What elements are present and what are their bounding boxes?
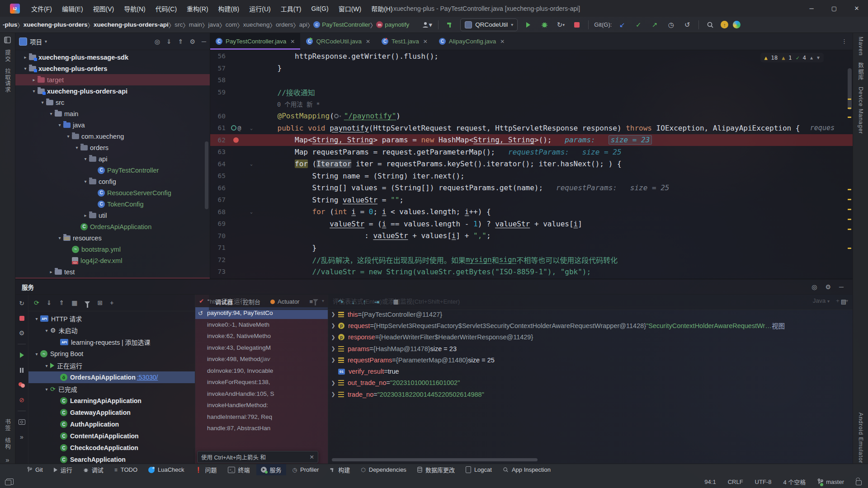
- step-into-icon[interactable]: ↓: [352, 298, 355, 305]
- group-by-icon[interactable]: ▦: [71, 299, 77, 306]
- resume-icon[interactable]: [18, 351, 26, 359]
- chevron-down-icon[interactable]: ▾: [43, 328, 50, 333]
- gutter[interactable]: 67: [210, 194, 260, 206]
- git-push-icon[interactable]: ↗: [649, 19, 660, 31]
- frame-row[interactable]: invokeAndHandle:105, S: [195, 388, 328, 400]
- lock-icon[interactable]: [856, 480, 862, 485]
- chevron-right-icon[interactable]: ❯: [328, 346, 338, 352]
- breadcrumb-item[interactable]: mpaynotify: [376, 21, 409, 28]
- caret-position[interactable]: 94:1: [704, 479, 716, 485]
- step-out-icon[interactable]: ↑: [363, 298, 366, 305]
- more-tool-windows-icon[interactable]: »: [5, 456, 9, 464]
- chevron-down-icon[interactable]: ▾: [65, 134, 72, 139]
- service-tree-row[interactable]: ▾正在运行: [28, 360, 195, 371]
- code-line[interactable]: 60 @PostMapping(▾"/paynotify"): [210, 110, 853, 122]
- update-available-icon[interactable]: ↑: [721, 21, 728, 28]
- commit-toolwindow-button[interactable]: 提交: [3, 50, 12, 62]
- frame-row[interactable]: invoke:62, NativeMetho: [195, 330, 328, 342]
- frame-row[interactable]: handleInternal:792, Req: [195, 411, 328, 423]
- service-tree-row[interactable]: ▾APIHTTP 请求: [28, 313, 195, 324]
- breadcrumb-item[interactable]: api: [299, 21, 307, 28]
- gutter[interactable]: 70: [210, 230, 260, 242]
- chevron-down-icon[interactable]: ▾: [33, 316, 40, 321]
- chevron-down-icon[interactable]: ▾: [30, 89, 38, 94]
- service-port-link[interactable]: :53030/: [137, 374, 158, 381]
- variables-horizontal-scrollbar[interactable]: [332, 458, 538, 461]
- clone-icon[interactable]: [6, 479, 14, 485]
- warning-stripe-mark[interactable]: [848, 99, 851, 100]
- variable-row[interactable]: ❯requestParams = {ParameterMap@11480} si…: [328, 354, 853, 366]
- code-line[interactable]: 62 Map<String, String> params = new Hash…: [210, 134, 853, 146]
- project-tree-row[interactable]: ▾config: [15, 176, 210, 187]
- breadcrumb-item[interactable]: -plus: [3, 21, 17, 28]
- toolwindow-button-构建[interactable]: 构建: [325, 464, 354, 476]
- project-tree-row[interactable]: CTokenConfig: [15, 198, 210, 210]
- code-line[interactable]: 56 httpResponse.getWriter().flush();: [210, 50, 853, 62]
- app-logo-icon[interactable]: IJ: [10, 4, 20, 14]
- frame-row[interactable]: invokeHandlerMethod:: [195, 399, 328, 411]
- editor-tab[interactable]: CAlipayConfig.java✕: [434, 33, 510, 50]
- rerun-icon[interactable]: ↻: [18, 299, 26, 307]
- breadcrumb-item[interactable]: CPayTestController: [313, 21, 370, 28]
- fold-arrow-icon[interactable]: ⌄: [246, 161, 256, 166]
- menu-item[interactable]: 运行(U): [244, 3, 275, 14]
- usages-inlay-hint[interactable]: 0 个用法 新 *: [210, 98, 853, 110]
- code-line[interactable]: 70 : valueStr + values[i] + ",";: [210, 230, 853, 242]
- chevron-down-icon[interactable]: ▾: [33, 352, 40, 357]
- project-tree-row[interactable]: ~bootstrap.yml: [15, 244, 210, 255]
- service-tree-row[interactable]: CAuthApplication: [28, 418, 195, 430]
- device-manager-toolwindow-button[interactable]: Device Manager: [858, 87, 864, 134]
- expand-all-icon[interactable]: ⇓: [47, 299, 52, 306]
- project-tree-row[interactable]: ▾src: [15, 97, 210, 108]
- view-link[interactable]: 视图: [772, 321, 785, 330]
- run-configuration-select[interactable]: QRCodeUtil ▾: [460, 19, 518, 31]
- code-line[interactable]: 73 //valueStr = new String(valueStr.getB…: [210, 266, 853, 278]
- fold-arrow-icon[interactable]: ⌄: [246, 209, 256, 214]
- menu-item[interactable]: 代码(C): [151, 3, 182, 14]
- frame-row[interactable]: invoke:498, Method (jav: [195, 353, 328, 365]
- menu-item[interactable]: 窗口(W): [334, 3, 367, 14]
- tab-close-icon[interactable]: ✕: [366, 38, 370, 45]
- minimize-button[interactable]: ─: [800, 0, 823, 17]
- run-button[interactable]: [522, 19, 534, 31]
- code-line[interactable]: 61@⌄ public void paynotify(HttpServletRe…: [210, 122, 853, 134]
- structure-toolwindow-button[interactable]: 结构: [3, 437, 12, 450]
- view-options-icon[interactable]: ⊞: [97, 299, 103, 306]
- run-to-cursor-icon[interactable]: ⇥: [374, 298, 380, 305]
- project-options-gear-icon[interactable]: ⚙: [190, 38, 196, 45]
- toolwindow-button-todo[interactable]: ≡TODO: [110, 464, 142, 476]
- breadcrumb-item[interactable]: xuecheng-plus-orders: [24, 21, 88, 28]
- project-tree-row[interactable]: CResouceServerConfig: [15, 187, 210, 198]
- tab-options-icon[interactable]: ⋮: [836, 33, 853, 50]
- menu-item[interactable]: 工具(T): [276, 3, 307, 14]
- pause-icon[interactable]: [18, 366, 26, 374]
- variable-row[interactable]: ❯presponse = {HeaderWriterFilter$HeaderW…: [328, 332, 853, 343]
- history-clock-icon[interactable]: ◷: [665, 19, 677, 31]
- frame-row[interactable]: invoke:43, DelegatingM: [195, 342, 328, 354]
- tab-close-icon[interactable]: ✕: [290, 38, 295, 45]
- menu-item[interactable]: 文件(F): [26, 3, 57, 14]
- breadcrumb-item[interactable]: java: [208, 21, 220, 28]
- frame-row[interactable]: handle:87, AbstractHan: [195, 422, 328, 434]
- gutter[interactable]: 56: [210, 50, 260, 62]
- project-toolwindow-icon[interactable]: [4, 37, 11, 43]
- gutter[interactable]: 61@⌄: [210, 122, 260, 134]
- build-hammer-icon[interactable]: [444, 19, 456, 31]
- gutter[interactable]: 57: [210, 62, 260, 75]
- gutter[interactable]: 58: [210, 74, 260, 86]
- code-line[interactable]: 65 String name = (String) iter.next();: [210, 170, 853, 182]
- code-line[interactable]: 66 String[] values = (String[]) requestP…: [210, 182, 853, 194]
- user-avatar-icon[interactable]: ▾: [421, 19, 433, 31]
- service-tree-row[interactable]: CContentApiApplication: [28, 430, 195, 442]
- breadcrumb-item[interactable]: orders: [276, 21, 293, 28]
- variable-row[interactable]: ❯trade_no = "202303182200144522050261498…: [328, 389, 853, 400]
- filter-funnel-icon[interactable]: [85, 301, 90, 305]
- project-tree-row[interactable]: ▾xuecheng-plus-orders: [15, 63, 210, 74]
- debug-button[interactable]: [538, 19, 550, 31]
- chevron-right-icon[interactable]: ❯: [328, 334, 338, 340]
- chevron-down-icon[interactable]: ▾: [82, 156, 89, 161]
- service-tree-row[interactable]: ▾~Spring Boot: [28, 348, 195, 360]
- menu-item[interactable]: 编辑(E): [57, 3, 88, 14]
- hide-project-panel-icon[interactable]: ─: [202, 38, 206, 45]
- collapse-all-icon[interactable]: ⇑: [59, 299, 64, 306]
